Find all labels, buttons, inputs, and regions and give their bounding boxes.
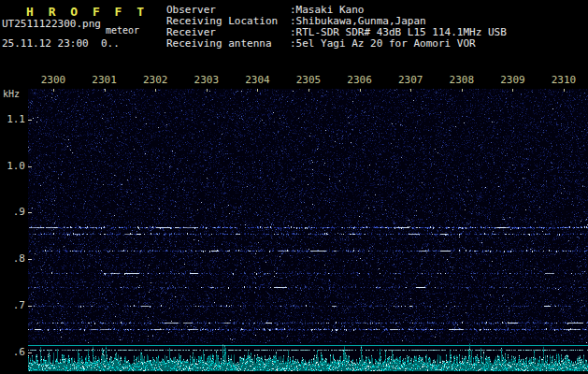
receiver-info: Observer:Masaki KanoReceiving Location:S…: [166, 5, 507, 50]
time-tick-label: 2308: [450, 74, 475, 86]
observation-datetime: 25.11.12 23:00 0..: [2, 37, 120, 50]
time-tick-label: 2304: [245, 74, 270, 86]
info-row: Receiving antenna:5el Yagi Az 20 for Aom…: [166, 38, 507, 50]
hrofft-window: H R O F F T UT2511122300.png meteor 25.1…: [0, 0, 588, 374]
time-tick-label: 2307: [398, 74, 423, 86]
time-tick-label: 2310: [552, 74, 577, 86]
info-row-value: :5el Yagi Az 20 for Aomori VOR: [290, 38, 476, 50]
app-title: H R O F F T: [26, 5, 148, 19]
freq-tick-label: .9: [2, 206, 25, 218]
freq-tick-label: .6: [2, 346, 25, 358]
freq-tick-label: .8: [2, 252, 25, 265]
freq-tick-label: .7: [2, 299, 25, 311]
spectrogram-canvas: [28, 89, 588, 371]
time-tick-label: 2303: [194, 74, 220, 86]
time-tick-label: 2305: [296, 74, 322, 86]
freq-axis-unit: kHz: [3, 89, 20, 99]
time-tick-label: 2302: [143, 74, 168, 86]
time-tick-label: 2300: [41, 74, 66, 86]
freq-tick-label: 1.1: [2, 113, 25, 125]
time-tick-label: 2309: [500, 74, 525, 86]
freq-tick-label: 1.0: [2, 160, 25, 172]
info-row-label: Receiving antenna: [166, 38, 290, 50]
output-filename: UT2511122300.png: [2, 18, 101, 30]
time-tick-label: 2301: [92, 74, 117, 86]
time-tick-label: 2306: [347, 74, 372, 86]
observation-mode-label: meteor: [106, 25, 139, 36]
